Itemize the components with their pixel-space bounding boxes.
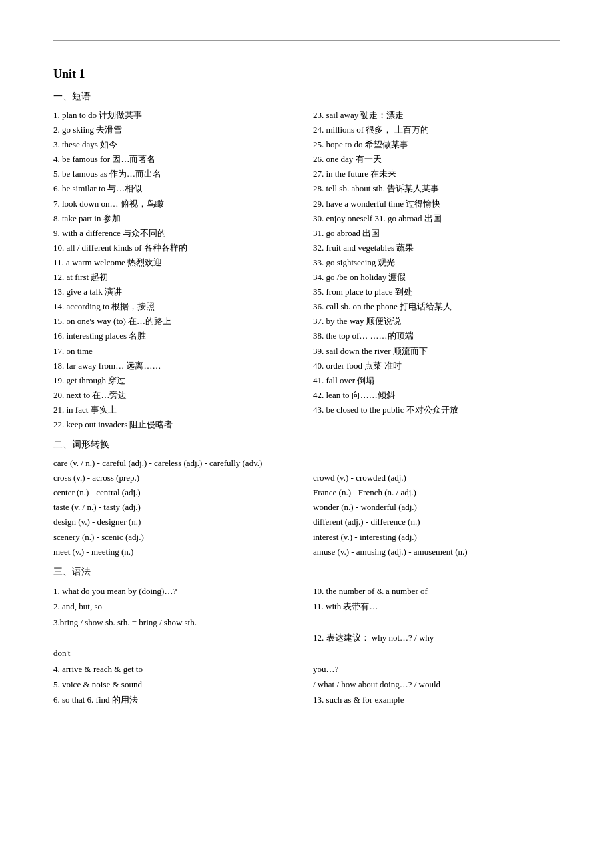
- phrase-item: 27. in the future 在未来: [313, 167, 560, 181]
- grammar-item: 1. what do you mean by (doing)…?: [53, 583, 300, 599]
- grammar-item: / what / how about doing…? / would: [313, 677, 560, 692]
- grammar-item: 6. so that 6. find 的用法: [53, 692, 300, 707]
- phrase-item: 9. with a difference 与众不同的: [53, 226, 300, 241]
- phrase-item: 10. all / different kinds of 各种各样的: [53, 241, 300, 255]
- word-forms-row: meet (v.) - meeting (n.)amuse (v.) - amu…: [53, 545, 560, 559]
- grammar-item: 11. with 表带有…: [313, 599, 560, 614]
- word-forms-cell: design (v.) - designer (n.): [53, 515, 300, 529]
- word-forms-single-row: care (v. / n.) - careful (adj.) - carele…: [53, 456, 560, 471]
- phrase-item: 13. give a talk 演讲: [53, 285, 300, 299]
- word-forms-cell: scenery (n.) - scenic (adj.): [53, 530, 300, 545]
- phrases-left-col: 1. plan to do 计划做某事2. go skiing 去滑雪3. th…: [53, 108, 300, 432]
- phrase-item: 34. go /be on holiday 渡假: [313, 270, 560, 285]
- phrase-item: 37. by the way 顺便说说: [313, 314, 560, 329]
- phrase-item: 35. from place to place 到处: [313, 285, 560, 299]
- grammar-item: 4. arrive & reach & get to: [53, 661, 300, 677]
- phrase-item: 28. tell sb. about sth. 告诉某人某事: [313, 181, 560, 196]
- phrase-item: 36. call sb. on the phone 打电话给某人: [313, 299, 560, 314]
- phrase-item: 18. far away from… 远离……: [53, 359, 300, 373]
- word-forms-cell: crowd (v.) - crowded (adj.): [313, 471, 560, 485]
- phrase-item: 5. be famous as 作为…而出名: [53, 167, 300, 181]
- phrase-item: 25. hope to do 希望做某事: [313, 137, 560, 152]
- phrase-item: 7. look down on… 俯视，鸟瞰: [53, 197, 300, 211]
- phrase-item: 43. be closed to the public 不对公众开放: [313, 403, 560, 417]
- word-forms-row: taste (v. / n.) - tasty (adj.)wonder (n.…: [53, 500, 560, 515]
- word-forms-cell: meet (v.) - meeting (n.): [53, 545, 300, 559]
- phrase-item: 29. have a wonderful time 过得愉快: [313, 197, 560, 211]
- phrase-item: 19. get through 穿过: [53, 373, 300, 388]
- phrase-item: 21. in fact 事实上: [53, 403, 300, 417]
- grammar-item: 10. the number of & a number of: [313, 583, 560, 599]
- word-forms-cell: wonder (n.) - wonderful (adj.): [313, 500, 560, 515]
- phrase-item: 33. go sightseeing 观光: [313, 255, 560, 270]
- phrases-section-title: 一、短语: [53, 91, 560, 103]
- word-forms-cell: cross (v.) - across (prep.): [53, 471, 300, 485]
- phrase-item: 1. plan to do 计划做某事: [53, 108, 300, 123]
- phrase-item: 20. next to 在…旁边: [53, 388, 300, 403]
- phrase-item: 14. according to 根据，按照: [53, 299, 300, 314]
- phrase-item: 2. go skiing 去滑雪: [53, 123, 300, 137]
- grammar-item-full: 3.bring / show sb. sth. = bring / show s…: [53, 615, 560, 630]
- grammar-item: 5. voice & noise & sound: [53, 677, 300, 692]
- phrase-item: 16. interesting places 名胜: [53, 329, 300, 343]
- phrase-item: 6. be similar to 与…相似: [53, 181, 300, 196]
- phrase-item: 4. be famous for 因…而著名: [53, 152, 300, 167]
- word-forms-row: cross (v.) - across (prep.)crowd (v.) - …: [53, 471, 560, 485]
- phrase-item: 17. on time: [53, 344, 300, 359]
- phrase-item: 12. at first 起初: [53, 270, 300, 285]
- phrase-item: 11. a warm welcome 热烈欢迎: [53, 255, 300, 270]
- word-forms-cell: center (n.) - central (adj.): [53, 485, 300, 500]
- phrase-item: 15. on one's way (to) 在…的路上: [53, 314, 300, 329]
- grammar-section: 1. what do you mean by (doing)…?10. the …: [53, 583, 560, 708]
- unit-title: Unit 1: [53, 67, 560, 81]
- phrases-right-col: 23. sail away 驶走；漂走24. millions of 很多， 上…: [313, 108, 560, 432]
- word-forms-cell: interest (v.) - interesting (adj.): [313, 530, 560, 545]
- word-forms-section-title: 二、词形转换: [53, 439, 560, 451]
- grammar-item: [53, 630, 300, 645]
- grammar-item: you…?: [313, 661, 560, 677]
- phrases-grid: 1. plan to do 计划做某事2. go skiing 去滑雪3. th…: [53, 108, 560, 432]
- word-forms-cell: different (adj.) - difference (n.): [313, 515, 560, 529]
- phrase-item: 30. enjoy oneself 31. go abroad 出国: [313, 211, 560, 226]
- grammar-item-full: don't: [53, 645, 560, 661]
- phrase-item: 8. take part in 参加: [53, 211, 300, 226]
- grammar-item: 2. and, but, so: [53, 599, 300, 614]
- word-forms-section: care (v. / n.) - careful (adj.) - carele…: [53, 456, 560, 559]
- phrase-item: 22. keep out invaders 阻止侵略者: [53, 417, 300, 432]
- phrase-item: 40. order food 点菜 准时: [313, 359, 560, 373]
- grammar-item: 13. such as & for example: [313, 692, 560, 707]
- grammar-grid: 1. what do you mean by (doing)…?10. the …: [53, 583, 560, 708]
- top-divider: [53, 40, 560, 41]
- phrase-item: 39. sail down the river 顺流而下: [313, 344, 560, 359]
- word-forms-pairs: cross (v.) - across (prep.)crowd (v.) - …: [53, 471, 560, 559]
- phrase-item: 41. fall over 倒塌: [313, 373, 560, 388]
- phrase-item: 26. one day 有一天: [313, 152, 560, 167]
- word-forms-row: design (v.) - designer (n.)different (ad…: [53, 515, 560, 529]
- grammar-item: 12. 表达建议： why not…? / why: [313, 630, 560, 645]
- phrase-item: 38. the top of… ……的顶端: [313, 329, 560, 343]
- phrase-item: 42. lean to 向……倾斜: [313, 388, 560, 403]
- phrase-item: 3. these days 如今: [53, 137, 300, 152]
- word-forms-cell: amuse (v.) - amusing (adj.) - amusement …: [313, 545, 560, 559]
- phrase-item: 31. go abroad 出国: [313, 226, 560, 241]
- grammar-section-title: 三、语法: [53, 566, 560, 578]
- word-forms-row: center (n.) - central (adj.)France (n.) …: [53, 485, 560, 500]
- phrase-item: 24. millions of 很多， 上百万的: [313, 123, 560, 137]
- word-forms-cell: France (n.) - French (n. / adj.): [313, 485, 560, 500]
- word-forms-cell: taste (v. / n.) - tasty (adj.): [53, 500, 300, 515]
- phrase-item: 32. fruit and vegetables 蔬果: [313, 241, 560, 255]
- phrase-item: 23. sail away 驶走；漂走: [313, 108, 560, 123]
- word-forms-row: scenery (n.) - scenic (adj.) interest (v…: [53, 530, 560, 545]
